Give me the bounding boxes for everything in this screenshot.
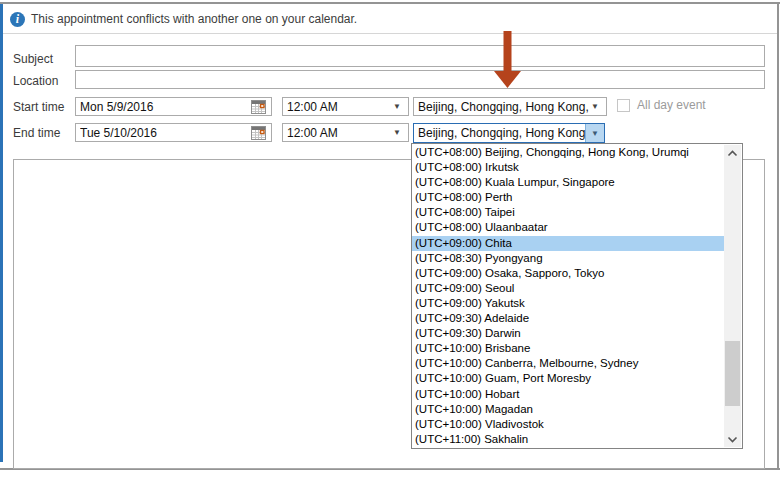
start-timezone-combobox[interactable]: Beijing, Chongqing, Hong Kong, Uru ▼ — [413, 97, 607, 116]
end-date-field[interactable]: Tue 5/10/2016 — [75, 123, 272, 142]
appointment-window: i This appointment conflicts with anothe… — [0, 0, 780, 477]
timezone-listbox: (UTC+08:00) Beijing, Chongqing, Hong Kon… — [411, 143, 743, 449]
timezone-option[interactable]: (UTC+11:00) Sakhalin — [412, 432, 724, 447]
start-time-label: Start time — [13, 100, 64, 114]
all-day-label: All day event — [637, 98, 706, 112]
timezone-option[interactable]: (UTC+08:30) Pyongyang — [412, 251, 724, 266]
timezone-option[interactable]: (UTC+09:00) Chita — [412, 236, 724, 251]
banner-separator — [3, 33, 777, 34]
timezone-option[interactable]: (UTC+09:00) Osaka, Sapporo, Tokyo — [412, 266, 724, 281]
timezone-option[interactable]: (UTC+10:00) Hobart — [412, 387, 724, 402]
timezone-option[interactable]: (UTC+10:00) Magadan — [412, 402, 724, 417]
listbox-scrollbar[interactable] — [724, 145, 741, 447]
annotation-arrow-icon — [493, 31, 523, 89]
timezone-option[interactable]: (UTC+08:00) Kuala Lumpur, Singapore — [412, 175, 724, 190]
start-timezone-dropdown-arrow-icon[interactable]: ▼ — [591, 102, 602, 111]
end-time-value: 12:00 AM — [287, 126, 393, 140]
start-time-dropdown-arrow-icon[interactable]: ▼ — [393, 102, 404, 111]
timezone-option[interactable]: (UTC+10:00) Canberra, Melbourne, Sydney — [412, 356, 724, 371]
subject-label: Subject — [13, 52, 53, 66]
end-time-dropdown-arrow-icon[interactable]: ▼ — [393, 128, 404, 137]
end-date-value: Tue 5/10/2016 — [80, 126, 250, 140]
start-time-value: 12:00 AM — [287, 100, 393, 114]
timezone-option[interactable]: (UTC+08:00) Perth — [412, 190, 724, 205]
timezone-option[interactable]: (UTC+09:00) Yakutsk — [412, 296, 724, 311]
scrollbar-down-icon[interactable] — [724, 431, 741, 447]
timezone-option[interactable]: (UTC+08:00) Taipei — [412, 205, 724, 220]
location-input[interactable] — [75, 70, 765, 89]
end-timezone-combobox[interactable]: Beijing, Chongqing, Hong Kong, Uru ▼ — [413, 123, 605, 143]
start-date-calendar-icon[interactable] — [250, 99, 267, 114]
start-date-value: Mon 5/9/2016 — [80, 100, 250, 114]
timezone-option[interactable]: (UTC+10:00) Guam, Port Moresby — [412, 371, 724, 386]
end-time-combobox[interactable]: 12:00 AM ▼ — [282, 123, 409, 142]
conflict-banner-text: This appointment conflicts with another … — [31, 12, 357, 26]
timezone-option[interactable]: (UTC+10:00) Vladivostok — [412, 417, 724, 432]
window-border-top — [0, 2, 780, 4]
start-time-combobox[interactable]: 12:00 AM ▼ — [282, 97, 409, 116]
scrollbar-up-icon[interactable] — [724, 145, 741, 161]
timezone-option[interactable]: (UTC+09:30) Darwin — [412, 326, 724, 341]
timezone-option[interactable]: (UTC+08:00) Irkutsk — [412, 160, 724, 175]
conflict-banner: i This appointment conflicts with anothe… — [10, 10, 357, 28]
timezone-option[interactable]: (UTC+08:00) Ulaanbaatar — [412, 220, 724, 235]
end-date-calendar-icon[interactable] — [250, 125, 267, 140]
end-timezone-dropdown-arrow-icon[interactable]: ▼ — [585, 124, 604, 142]
end-timezone-value: Beijing, Chongqing, Hong Kong, Uru — [418, 126, 585, 140]
timezone-option[interactable]: (UTC+09:00) Seoul — [412, 281, 724, 296]
location-label: Location — [13, 74, 58, 88]
start-date-field[interactable]: Mon 5/9/2016 — [75, 97, 272, 116]
window-accent-stripe — [0, 4, 3, 462]
end-time-label: End time — [13, 126, 60, 140]
timezone-option[interactable]: (UTC+08:00) Beijing, Chongqing, Hong Kon… — [412, 145, 724, 160]
info-icon: i — [10, 12, 25, 27]
timezone-options: (UTC+08:00) Beijing, Chongqing, Hong Kon… — [412, 145, 724, 447]
subject-input[interactable] — [75, 45, 765, 67]
timezone-option[interactable]: (UTC+09:30) Adelaide — [412, 311, 724, 326]
scrollbar-thumb[interactable] — [725, 341, 740, 406]
start-timezone-value: Beijing, Chongqing, Hong Kong, Uru — [418, 100, 591, 114]
timezone-option[interactable]: (UTC+10:00) Brisbane — [412, 341, 724, 356]
all-day-checkbox[interactable] — [617, 99, 630, 112]
window-border-right — [777, 2, 779, 469]
